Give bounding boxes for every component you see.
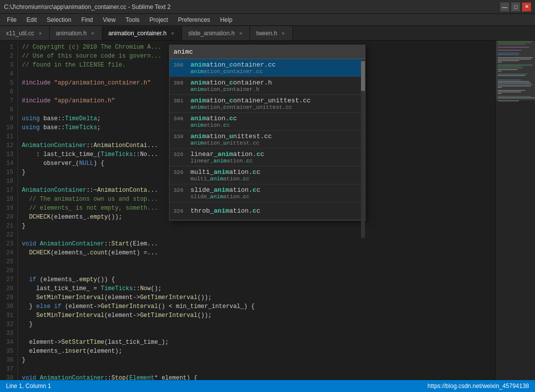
ac-subtitle: animation_container.cc [174, 69, 361, 75]
line-number: 32 [4, 320, 13, 329]
code-line [22, 266, 491, 275]
line-number: 36 [4, 356, 13, 365]
minimap-content [496, 41, 535, 380]
tab-close-tween-h[interactable]: × [280, 30, 286, 37]
ac-subtitle: animation_container.h [174, 86, 361, 92]
ac-title: throb_animation.cc [190, 207, 260, 215]
menu-edit[interactable]: Edit [21, 15, 42, 24]
code-line: } [22, 222, 491, 231]
line-number: 24 [4, 248, 13, 257]
line-number: 26 [4, 266, 13, 275]
tab-slide-animation-h[interactable]: slide_animation.h × [182, 26, 250, 40]
ac-title: animation.cc [190, 115, 237, 122]
title-bar: C:\J\chromium\src\app\animation_containe… [0, 0, 535, 14]
line-number: 12 [4, 141, 13, 150]
autocomplete-item[interactable]: 326 throb_animation.cc [170, 202, 365, 220]
line-number: 37 [4, 365, 13, 374]
line-number: 19 [4, 204, 13, 213]
tab-animation-h[interactable]: animation.h × [50, 26, 102, 40]
status-bar: Line 1, Column 1 https://blog.csdn.net/w… [0, 380, 535, 392]
menu-preferences[interactable]: Preferences [173, 15, 215, 24]
ac-title: animation_unittest.cc [190, 133, 272, 140]
autocomplete-item[interactable]: 386 animation_container.h animation_cont… [170, 77, 365, 95]
autocomplete-search-input[interactable] [170, 45, 365, 59]
line-number: 9 [4, 114, 13, 123]
autocomplete-scrollbar-thumb[interactable] [361, 61, 365, 91]
autocomplete-item[interactable]: 326 linear_animation.cc linear_animation… [170, 149, 365, 166]
tab-x11-util[interactable]: x11_util.cc × [0, 26, 50, 40]
ac-subtitle: animation_unittest.cc [174, 140, 361, 146]
tab-close-animation-h[interactable]: × [89, 30, 95, 37]
menu-project[interactable]: Project [145, 15, 173, 24]
line-number: 16 [4, 177, 13, 186]
line-number: 4 [4, 70, 13, 78]
line-number: 8 [4, 105, 13, 114]
menu-help[interactable]: Help [215, 15, 238, 24]
menu-view[interactable]: View [98, 15, 121, 24]
autocomplete-scrollbar[interactable] [361, 59, 365, 238]
tab-label: animation.h [56, 30, 87, 37]
code-line: elements_.insert(element); [22, 347, 491, 356]
line-number: 27 [4, 275, 13, 284]
line-numbers: 1 2 3 4 5 6 7 8 9 10 11 12 13 14 15 16 1… [0, 41, 18, 380]
tab-close-animation-container-h[interactable]: × [170, 30, 176, 37]
ac-title: animation_container_unittest.cc [190, 97, 311, 104]
menu-selection[interactable]: Selection [42, 15, 76, 24]
line-number: 23 [4, 239, 13, 248]
minimap [495, 41, 535, 380]
line-number: 29 [4, 293, 13, 302]
line-number: 2 [4, 52, 13, 61]
line-number: 33 [4, 329, 13, 338]
ac-score: 386 [174, 62, 187, 68]
ac-subtitle: slide_animation.cc [174, 194, 361, 200]
autocomplete-item[interactable]: 338 animation_unittest.cc animation_unit… [170, 131, 365, 149]
code-line: } else if (element->GetTimerInterval() <… [22, 302, 491, 311]
minimize-button[interactable]: — [500, 2, 509, 11]
ac-score: 338 [174, 134, 187, 140]
autocomplete-item[interactable]: 326 multi_animation.cc multi_animation.c… [170, 166, 365, 184]
line-number: 13 [4, 150, 13, 159]
tab-animation-container-h[interactable]: animation_container.h × [102, 26, 182, 40]
autocomplete-item[interactable]: 346 animation.cc animation.cc [170, 113, 365, 131]
line-number: 18 [4, 195, 13, 204]
line-number: 17 [4, 186, 13, 195]
menu-find[interactable]: Find [76, 15, 97, 24]
ac-score: 326 [174, 152, 187, 157]
editor-container: 1 2 3 4 5 6 7 8 9 10 11 12 13 14 15 16 1… [0, 41, 535, 380]
code-line: DCHECK(elements_.count(element) =... [22, 248, 491, 257]
line-number: 10 [4, 123, 13, 132]
code-line: last_tick_time_ = TimeTicks::Now(); [22, 284, 491, 293]
ac-score: 346 [174, 116, 187, 122]
code-line: void AnimationContainer::Start(Elem... [22, 239, 491, 248]
code-line: if (elements_.empty()) { [22, 275, 491, 284]
ac-subtitle: animation_container_unittest.cc [174, 104, 361, 110]
code-line [22, 257, 491, 266]
line-number: 15 [4, 168, 13, 177]
menu-file[interactable]: File [2, 15, 21, 24]
code-line [22, 329, 491, 338]
line-number: 28 [4, 284, 13, 293]
autocomplete-item[interactable]: 386 animation_container.cc animation_con… [170, 59, 365, 77]
autocomplete-item[interactable]: 326 slide_animation.cc slide_animation.c… [170, 184, 365, 202]
tab-label: tween.h [256, 30, 277, 37]
code-line: } [22, 356, 491, 365]
status-position: Line 1, Column 1 [6, 383, 51, 390]
tab-tween-h[interactable]: tween.h × [250, 26, 292, 40]
close-button[interactable]: ✕ [522, 2, 531, 11]
menu-tools[interactable]: Tools [121, 15, 145, 24]
line-number: 5 [4, 78, 13, 87]
tab-close-x11[interactable]: × [37, 30, 43, 37]
ac-title: slide_animation.cc [190, 186, 260, 194]
autocomplete-item[interactable]: 381 animation_container_unittest.cc anim… [170, 95, 365, 113]
line-number: 6 [4, 87, 13, 96]
tab-label: animation_container.h [108, 30, 167, 37]
tab-close-slide-animation-h[interactable]: × [238, 30, 244, 37]
line-number: 11 [4, 132, 13, 141]
line-number: 25 [4, 257, 13, 266]
ac-subtitle: linear_animation.cc [174, 158, 361, 164]
maximize-button[interactable]: □ [511, 2, 520, 11]
line-number: 7 [4, 96, 13, 105]
line-number: 34 [4, 338, 13, 347]
tab-bar: x11_util.cc × animation.h × animation_co… [0, 26, 535, 41]
autocomplete-list: 386 animation_container.cc animation_con… [170, 59, 365, 220]
